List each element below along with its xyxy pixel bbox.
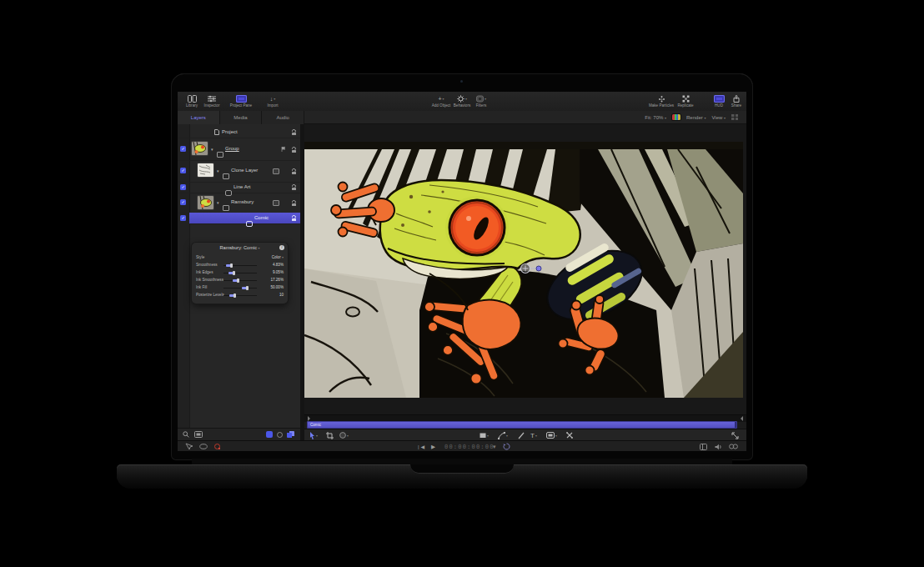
- layer-row-comic[interactable]: Comic: [189, 213, 300, 224]
- hud-button[interactable]: HUD: [710, 93, 728, 110]
- keyframe-tool-icon[interactable]: [185, 441, 193, 451]
- view-layout-icon[interactable]: [731, 114, 738, 120]
- layer-row-project[interactable]: Project: [178, 126, 300, 138]
- chevron-down-icon: ▾: [465, 95, 467, 103]
- select-transform-tool[interactable]: ▾: [309, 429, 318, 441]
- disclosure-triangle-icon[interactable]: ▾: [211, 147, 213, 152]
- chevron-down-icon: ▾: [485, 95, 486, 103]
- tab-audio[interactable]: Audio: [262, 111, 304, 124]
- go-to-start-button[interactable]: |◀: [418, 441, 424, 451]
- new-camera-button[interactable]: [277, 432, 283, 438]
- inspector-button[interactable]: Inspector: [201, 93, 223, 110]
- text-tool[interactable]: T ▾: [530, 429, 537, 441]
- new-group-button[interactable]: [266, 431, 273, 438]
- layer-row-line-art[interactable]: ✓ Line Art: [178, 182, 300, 193]
- loop-icon[interactable]: [729, 441, 738, 451]
- show-timeline-button[interactable]: [700, 441, 707, 451]
- color-channels-swatch[interactable]: [672, 114, 680, 120]
- canvas[interactable]: [304, 124, 746, 414]
- filmstrip-view-icon[interactable]: [194, 431, 203, 438]
- flag-icon[interactable]: [281, 147, 286, 152]
- import-button[interactable]: ↓▾ Import: [261, 93, 284, 110]
- ink-smoothness-slider[interactable]: [223, 278, 257, 283]
- view-popup[interactable]: View ▾: [711, 115, 726, 120]
- new-layer-button[interactable]: [287, 431, 294, 438]
- layer-row-clone-layer[interactable]: ✓ ▾ Clone Layer: [178, 160, 300, 183]
- replicate-icon: [682, 95, 690, 103]
- ink-edges-slider[interactable]: [223, 270, 257, 275]
- line-tool[interactable]: [518, 429, 525, 441]
- audio-mute-button[interactable]: [715, 441, 722, 451]
- ink-fill-slider[interactable]: [223, 285, 257, 290]
- share-icon: [733, 95, 740, 103]
- loop-playback-button[interactable]: [503, 441, 510, 451]
- library-button[interactable]: Library: [183, 93, 201, 110]
- cursor-icon: [309, 432, 315, 439]
- ramsbury-checkbox[interactable]: ✓: [180, 199, 186, 205]
- chevron-down-icon: ▾: [704, 116, 706, 120]
- paint-stroke-tool[interactable]: ▾: [339, 429, 349, 441]
- play-range-out-marker[interactable]: [741, 416, 743, 421]
- share-button[interactable]: Share: [728, 93, 745, 110]
- clip-trim-handle[interactable]: [735, 422, 736, 428]
- library-icon: [188, 95, 197, 103]
- behaviors-button[interactable]: ▾ Behaviors: [451, 93, 473, 110]
- replicate-button[interactable]: Replicate: [675, 93, 696, 110]
- timecode-popup-chevron[interactable]: ▾: [493, 441, 496, 451]
- info-icon[interactable]: i: [279, 245, 284, 250]
- line-art-checkbox[interactable]: ✓: [180, 184, 186, 190]
- x-icon: [566, 432, 573, 439]
- lock-icon[interactable]: [291, 184, 296, 190]
- bezier-tool[interactable]: ▾: [498, 429, 508, 441]
- disclosure-triangle-icon[interactable]: ▾: [217, 200, 219, 205]
- hud-title[interactable]: Ramsbury: Comic ▾: [192, 245, 288, 250]
- laptop-base: [117, 464, 807, 489]
- animation-menu-icon[interactable]: [199, 441, 208, 451]
- project-pane-button[interactable]: Project Pane: [224, 93, 258, 110]
- zoom-level-popup[interactable]: Fit: 70% ▾: [645, 115, 666, 120]
- chevron-down-icon: ▾: [506, 434, 508, 438]
- clone-layer-checkbox[interactable]: ✓: [180, 168, 186, 173]
- lock-icon[interactable]: [291, 215, 296, 221]
- record-button[interactable]: [214, 441, 220, 451]
- tab-layers[interactable]: Layers: [178, 111, 220, 124]
- make-particles-button[interactable]: Make Particles: [646, 93, 676, 110]
- timecode-display[interactable]: 00:00:00:00: [444, 441, 495, 451]
- group-checkbox[interactable]: ✓: [180, 146, 186, 152]
- timeline-clip-comic[interactable]: Comic: [307, 421, 737, 429]
- tab-media[interactable]: Media: [220, 111, 263, 124]
- play-button[interactable]: ▶: [431, 441, 435, 451]
- lock-icon[interactable]: [291, 129, 296, 135]
- image-mask-tool[interactable]: ▾: [546, 429, 557, 441]
- laptop-screen: Library Inspector Project Pane ↓▾ Import…: [171, 73, 753, 460]
- lock-icon[interactable]: [291, 200, 296, 206]
- filters-button[interactable]: ▾ Filters: [471, 93, 491, 110]
- crop-icon: [326, 432, 334, 439]
- hud-panel[interactable]: Ramsbury: Comic ▾ i Style Color ▾ Smooth…: [192, 243, 288, 304]
- comic-checkbox[interactable]: ✓: [180, 215, 186, 221]
- render-popup[interactable]: Render ▾: [686, 115, 706, 120]
- disclosure-triangle-icon[interactable]: ▾: [217, 168, 219, 173]
- timeline-zoom-control[interactable]: [731, 429, 739, 441]
- pane-tabs: Layers Media Audio: [178, 111, 304, 124]
- crop-tool[interactable]: [326, 429, 334, 441]
- image-well-icon: [546, 432, 555, 439]
- mask-tool[interactable]: [566, 429, 573, 441]
- search-icon[interactable]: [183, 431, 189, 438]
- hud-row-posterize-levels: Posterize Levels 10: [192, 292, 288, 299]
- shape-tool[interactable]: ▾: [480, 429, 489, 441]
- layer-row-group[interactable]: ✓ ▾ Group: [178, 138, 300, 161]
- render-badge-icon[interactable]: [273, 200, 279, 206]
- style-popup[interactable]: Color ▾: [272, 255, 284, 259]
- posterize-levels-slider[interactable]: [223, 293, 257, 298]
- play-icon: ▶: [431, 444, 435, 450]
- lock-icon[interactable]: [291, 168, 296, 174]
- hud-row-style: Style Color ▾: [192, 254, 288, 262]
- layer-row-ramsbury[interactable]: ✓ ▾ Ramsbury: [178, 193, 300, 213]
- lock-icon[interactable]: [291, 147, 296, 153]
- inspector-icon: [208, 95, 216, 103]
- filter-icon: [246, 216, 253, 231]
- smoothness-slider[interactable]: [223, 263, 257, 268]
- render-badge-icon[interactable]: [273, 168, 279, 174]
- project-icon: [214, 129, 219, 135]
